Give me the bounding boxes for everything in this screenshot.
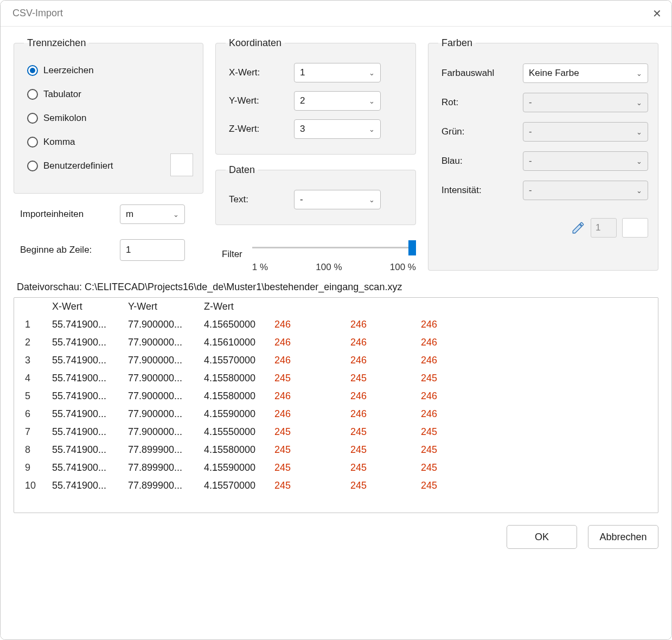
cell-spacer [486,459,658,477]
custom-separator-input[interactable] [170,153,193,176]
legend-farben: Farben [438,37,476,49]
radio-icon [27,65,38,76]
cell-index: 6 [14,405,47,423]
cell-b: 245 [415,441,486,459]
radio-label: Semikolon [43,113,86,124]
cell-z: 4.15650000 [199,316,269,334]
group-trennzeichen: Trennzeichen Leerzeichen Tabulator Semik… [14,37,203,194]
cell-g: 245 [345,477,415,495]
cell-b: 246 [415,405,486,423]
beginne-label: Beginne ab Zeile: [20,245,112,255]
intensitaet-select[interactable]: - ⌄ [523,181,648,200]
csv-import-dialog: CSV-Import ✕ Trennzeichen Leerzeichen Ta… [0,0,672,640]
table-row[interactable]: 155.741900...77.900000...4.1565000024624… [14,316,658,334]
cell-spacer [486,423,658,441]
cancel-button[interactable]: Abbrechen [588,525,658,549]
chevron-down-icon: ⌄ [369,69,375,77]
importeinheiten-select[interactable]: m ⌄ [120,204,185,224]
zwert-select[interactable]: 3 ⌄ [294,119,381,139]
gruen-value: - [529,126,532,137]
table-row[interactable]: 755.741900...77.900000...4.1555000024524… [14,423,658,441]
chevron-down-icon: ⌄ [369,196,375,204]
col-r [269,298,345,316]
cell-x: 55.741900... [47,477,123,495]
window-title: CSV-Import [12,8,63,19]
chevron-down-icon: ⌄ [636,128,642,136]
beginne-value: 1 [126,245,131,255]
filter-label: Filter [222,249,242,273]
table-row[interactable]: 1055.741900...77.899900...4.155700002452… [14,477,658,495]
cell-g: 246 [345,334,415,351]
gruen-select[interactable]: - ⌄ [523,122,648,142]
beginne-input[interactable]: 1 [120,239,185,261]
cell-y: 77.900000... [123,387,199,405]
cell-r: 246 [269,316,345,334]
text-select[interactable]: - ⌄ [294,190,381,209]
cell-index: 4 [14,369,47,387]
color-swatch[interactable] [622,218,648,238]
slider-thumb[interactable] [408,240,416,255]
table-row[interactable]: 455.741900...77.900000...4.1558000024524… [14,369,658,387]
cell-r: 246 [269,334,345,351]
radio-leerzeichen[interactable]: Leerzeichen [24,59,193,82]
col-spacer [486,298,658,316]
radio-semikolon[interactable]: Semikolon [24,106,193,130]
text-label: Text: [226,194,285,205]
rot-select[interactable]: - ⌄ [523,93,648,112]
chevron-down-icon: ⌄ [636,69,642,78]
cell-y: 77.899900... [123,459,199,477]
table-row[interactable]: 355.741900...77.900000...4.1557000024624… [14,351,658,369]
intensitaet-label: Intensität: [438,185,514,196]
table-row[interactable]: 955.741900...77.899900...4.1559000024524… [14,459,658,477]
radio-label: Benutzerdefiniert [43,161,113,171]
filter-slider[interactable] [252,240,416,259]
cell-y: 77.899900... [123,477,199,495]
cell-g: 246 [345,316,415,334]
pencil-icon[interactable] [571,221,585,235]
table-row[interactable]: 655.741900...77.900000...4.1559000024624… [14,405,658,423]
filter-tick-low: 1 % [252,262,268,273]
radio-benutzerdefiniert[interactable]: Benutzerdefiniert [24,154,193,178]
cell-spacer [486,477,658,495]
cell-index: 7 [14,423,47,441]
chevron-down-icon: ⌄ [636,187,642,195]
table-row[interactable]: 255.741900...77.900000...4.1561000024624… [14,334,658,351]
cell-y: 77.900000... [123,423,199,441]
radio-label: Tabulator [43,89,81,100]
xwert-value: 1 [300,67,305,78]
cell-z: 4.15570000 [199,477,269,495]
cell-spacer [486,441,658,459]
chevron-down-icon: ⌄ [369,97,375,105]
cell-x: 55.741900... [47,369,123,387]
cell-r: 246 [269,387,345,405]
close-icon[interactable]: ✕ [652,7,662,20]
preview-table: X-Wert Y-Wert Z-Wert 155.741900...77.900… [14,298,658,495]
cell-index: 2 [14,334,47,351]
cell-spacer [486,316,658,334]
zwert-label: Z-Wert: [226,124,285,135]
col-b [415,298,486,316]
ywert-select[interactable]: 2 ⌄ [294,91,381,111]
table-row[interactable]: 855.741900...77.899900...4.1558000024524… [14,441,658,459]
cell-spacer [486,405,658,423]
gruen-label: Grün: [438,126,514,137]
blau-select[interactable]: - ⌄ [523,151,648,171]
xwert-select[interactable]: 1 ⌄ [294,63,381,82]
radio-tabulator[interactable]: Tabulator [24,82,193,106]
cell-x: 55.741900... [47,316,123,334]
cell-y: 77.900000... [123,316,199,334]
farbauswahl-label: Farbauswahl [438,68,514,79]
table-row[interactable]: 555.741900...77.900000...4.1558000024624… [14,387,658,405]
cell-spacer [486,369,658,387]
cell-b: 246 [415,316,486,334]
chevron-down-icon: ⌄ [173,210,179,219]
radio-komma[interactable]: Komma [24,130,193,154]
cell-b: 245 [415,423,486,441]
ok-button[interactable]: OK [507,525,577,549]
titlebar: CSV-Import ✕ [1,1,671,27]
cell-b: 245 [415,477,486,495]
farbauswahl-select[interactable]: Keine Farbe ⌄ [523,63,648,83]
blau-value: - [529,156,532,167]
cell-z: 4.15590000 [199,405,269,423]
radio-icon [27,113,38,124]
